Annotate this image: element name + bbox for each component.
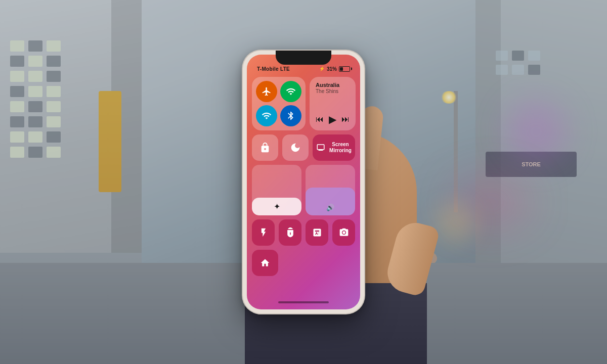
volume-icon: 🔊 <box>326 204 334 211</box>
bokeh-blob-1 <box>506 101 567 162</box>
top-row: Australia The Shins ⏮ ▶ ⏭ <box>252 77 355 130</box>
notch <box>276 51 331 65</box>
iphone: T-Mobile LTE ⚡ 31% <box>243 51 364 313</box>
calculator-icon <box>312 228 322 238</box>
music-info: Australia The Shins <box>316 82 350 94</box>
camera-button[interactable] <box>332 219 355 246</box>
wifi-icon <box>262 111 272 121</box>
lock-rotation-icon <box>259 142 271 153</box>
bluetooth-button[interactable] <box>280 105 301 126</box>
connectivity-grid <box>252 77 306 130</box>
music-widget[interactable]: Australia The Shins ⏮ ▶ ⏭ <box>310 77 356 130</box>
calculator-button[interactable] <box>306 219 328 246</box>
airplane-mode-button[interactable] <box>256 81 277 102</box>
screen-mirroring-label: ScreenMirroring <box>329 142 352 154</box>
music-controls: ⏮ ▶ ⏭ <box>316 113 350 125</box>
flashlight-button[interactable] <box>252 219 275 246</box>
brightness-slider[interactable]: ✦ <box>252 165 301 215</box>
battery-icon <box>339 66 350 72</box>
volume-slider[interactable]: 🔊 <box>306 165 355 215</box>
svg-point-0 <box>342 231 345 234</box>
screen-mirroring-icon <box>316 143 325 152</box>
moon-icon <box>290 142 301 153</box>
airplane-icon <box>262 86 272 97</box>
cellular-button[interactable] <box>280 81 301 102</box>
bottom-row-2 <box>252 250 355 276</box>
flashlight-icon <box>258 228 269 238</box>
artist-name: The Shins <box>316 88 350 94</box>
phone-screen: T-Mobile LTE ⚡ 31% <box>247 55 360 309</box>
home-icon <box>260 258 270 268</box>
charging-icon: ⚡ <box>319 66 325 71</box>
home-button[interactable] <box>252 250 278 276</box>
timer-icon <box>285 228 295 238</box>
middle-row: ScreenMirroring <box>252 134 355 161</box>
cellular-icon <box>286 86 296 97</box>
screen-lock-button[interactable] <box>252 134 278 161</box>
battery-fill <box>340 67 343 71</box>
battery-percent-label: 31% <box>327 66 337 72</box>
camera-icon <box>339 228 349 238</box>
carrier-label: T-Mobile LTE <box>257 66 290 72</box>
sliders-row: ✦ 🔊 <box>252 165 355 215</box>
brightness-icon: ✦ <box>274 202 280 211</box>
do-not-disturb-button[interactable] <box>282 134 309 161</box>
rewind-button[interactable]: ⏮ <box>316 115 324 124</box>
fast-forward-button[interactable]: ⏭ <box>341 115 350 124</box>
bottom-row-1 <box>252 219 355 246</box>
control-center: Australia The Shins ⏮ ▶ ⏭ <box>252 77 355 304</box>
hand-phone-container: T-Mobile LTE ⚡ 31% <box>177 0 430 364</box>
bokeh-blob-3 <box>435 202 475 243</box>
play-button[interactable]: ▶ <box>329 113 336 125</box>
screen-mirroring-button[interactable]: ScreenMirroring <box>313 134 355 161</box>
song-title: Australia <box>316 82 350 88</box>
bluetooth-icon <box>286 111 296 121</box>
home-indicator <box>278 301 329 303</box>
timer-button[interactable] <box>279 219 301 246</box>
status-right: ⚡ 31% <box>319 66 350 72</box>
wifi-button[interactable] <box>256 105 277 126</box>
